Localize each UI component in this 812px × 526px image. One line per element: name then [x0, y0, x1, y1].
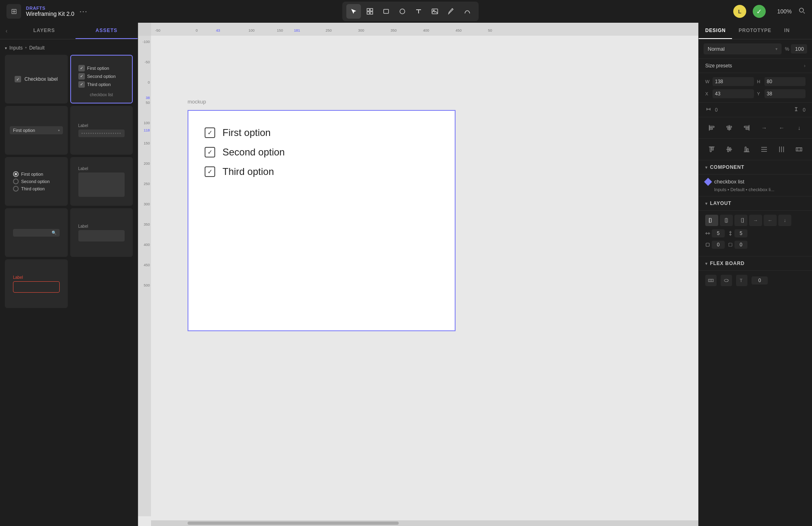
gap2-input[interactable]: 5 [734, 229, 747, 237]
arrow-down-button[interactable]: ↓ [793, 121, 806, 134]
scrollbar-thumb[interactable] [188, 522, 399, 525]
distribute-h-button[interactable] [775, 143, 788, 156]
layout-align-center-button[interactable] [720, 215, 733, 226]
flex-section-toggle[interactable]: ▾ FLEX BOARD [699, 257, 812, 271]
layout-section-label: LAYOUT [710, 200, 732, 206]
layout-align-left-button[interactable] [705, 215, 718, 226]
tab-layers[interactable]: LAYERS [13, 23, 76, 39]
checkbox-icon: ✓ [78, 81, 85, 88]
blend-mode-dropdown[interactable]: Normal ▾ [704, 43, 782, 54]
ruler-mark-active: 181 [294, 28, 300, 32]
chevron-down-icon: ▾ [5, 46, 7, 50]
padding2-input[interactable]: 0 [734, 241, 747, 249]
error-field-label: Label [13, 275, 60, 280]
ruler-left: -100 -50 0 38 50 100 118 150 200 250 300… [138, 36, 151, 516]
align-bottom-button[interactable] [740, 143, 753, 156]
gap2-item: 5 [728, 229, 747, 237]
layout-arrow-down-button[interactable]: ↓ [778, 215, 791, 226]
tab-design[interactable]: DESIGN [699, 23, 732, 39]
align-left-button[interactable] [705, 121, 718, 134]
constraint-value-1[interactable]: 0 [715, 107, 718, 113]
asset-label-input[interactable]: Label [70, 208, 133, 257]
canvas-frame[interactable]: ✓ First option ✓ Second option ✓ [188, 110, 456, 331]
ruler-mark-v: 350 [144, 222, 150, 226]
ruler-mark-v: 450 [144, 263, 150, 267]
align-right-button[interactable] [740, 121, 753, 134]
top-bar-left: ⊞ DRAFTS Wireframing Kit 2.0 ⋯ [6, 4, 87, 19]
left-panel: ‹ LAYERS ASSETS ▾ Inputs • Default ✓ Che… [0, 23, 138, 526]
canvas-checkbox-3[interactable]: ✓ [205, 166, 215, 177]
layout-controls: → ← ↓ 5 5 0 [699, 211, 812, 257]
svg-rect-33 [796, 148, 802, 151]
distribute-v-button[interactable] [758, 143, 771, 156]
frame-tool-button[interactable] [363, 4, 377, 19]
layout-align-row: → ← ↓ [705, 215, 806, 226]
ruler-mark-v: 500 [144, 283, 150, 287]
width-label: W [705, 79, 711, 84]
svg-text:T: T [740, 278, 743, 283]
text-tool-button[interactable] [411, 4, 426, 19]
gap-input[interactable]: 5 [712, 229, 725, 237]
canvas-checkbox-1[interactable]: ✓ [205, 127, 215, 138]
rectangle-tool-button[interactable] [379, 4, 393, 19]
search-button[interactable] [798, 7, 806, 16]
curve-tool-button[interactable] [460, 4, 475, 19]
flex-value[interactable]: 0 [752, 276, 768, 285]
textarea-field [78, 172, 125, 197]
svg-point-8 [799, 8, 803, 12]
checkbox-icon: ✓ [78, 65, 85, 71]
asset-dropdown[interactable]: First option ▾ [5, 106, 68, 155]
flex-oval-icon [721, 275, 732, 286]
padding-input[interactable]: 0 [712, 241, 725, 249]
svg-rect-15 [744, 126, 749, 127]
tab-assets[interactable]: ASSETS [76, 23, 138, 39]
section-state: Default [29, 45, 45, 51]
asset-label-input-error[interactable]: Label [5, 259, 68, 308]
x-input[interactable]: 43 [713, 89, 754, 98]
list-item: ✓ Third option [78, 81, 125, 88]
layout-section-toggle[interactable]: ▾ LAYOUT [699, 196, 812, 211]
asset-label-password[interactable]: Label •••••••••••••••••• [70, 106, 133, 155]
component-section-toggle[interactable]: ▾ COMPONENT [699, 160, 812, 175]
ellipse-tool-button[interactable] [395, 4, 410, 19]
opacity-input[interactable]: 100 [791, 44, 807, 54]
ruler-mark-v-active: 118 [144, 128, 150, 132]
arrow-right-button[interactable]: → [758, 121, 771, 134]
zoom-level[interactable]: 100% [772, 8, 792, 15]
layout-arrow-right-button[interactable]: → [749, 215, 762, 226]
section-toggle-inputs[interactable]: ▾ Inputs • Default [5, 43, 133, 53]
ruler-mark: 250 [326, 28, 332, 32]
asset-checkbox-list[interactable]: ✓ First option ✓ Second option ✓ Third o… [70, 55, 133, 103]
more-options-button[interactable]: ⋯ [79, 6, 87, 16]
width-input[interactable]: 138 [713, 77, 754, 86]
radio-icon [13, 186, 19, 192]
tab-inspect[interactable]: IN [778, 23, 796, 39]
canvas-area[interactable]: -50 0 43 100 150 181 250 300 350 400 450… [138, 23, 698, 526]
layout-align-right-button[interactable] [734, 215, 747, 226]
size-presets-expand-icon[interactable]: › [804, 63, 806, 69]
field-label: Label [78, 166, 125, 171]
more-distribute-button[interactable] [793, 143, 806, 156]
tab-prototype[interactable]: PROTOTYPE [732, 23, 777, 39]
padding2-icon [728, 242, 733, 247]
asset-checkbox-single[interactable]: ✓ Checkbox label [5, 55, 68, 103]
height-label: H [757, 79, 763, 84]
select-tool-button[interactable] [346, 4, 361, 19]
constraint-value-2[interactable]: 0 [803, 107, 806, 113]
image-tool-button[interactable] [428, 4, 442, 19]
back-arrow-button[interactable]: ‹ [0, 23, 13, 39]
arrow-left-button[interactable]: ← [775, 121, 788, 134]
asset-search[interactable]: 🔍 [5, 208, 68, 257]
align-top-button[interactable] [705, 143, 718, 156]
pen-tool-button[interactable] [444, 4, 458, 19]
y-input[interactable]: 38 [764, 89, 806, 98]
asset-radio-group[interactable]: First option Second option Third option [5, 157, 68, 206]
height-input[interactable]: 80 [764, 77, 806, 86]
align-center-button[interactable] [723, 121, 735, 134]
layout-arrow-left-button[interactable]: ← [764, 215, 777, 226]
canvas-content[interactable]: mockup ✓ First option ✓ Sec [151, 36, 698, 516]
canvas-checkbox-2[interactable]: ✓ [205, 147, 215, 157]
canvas-scrollbar[interactable] [151, 520, 698, 526]
asset-label-textarea[interactable]: Label [70, 157, 133, 206]
align-middle-button[interactable] [723, 143, 735, 156]
